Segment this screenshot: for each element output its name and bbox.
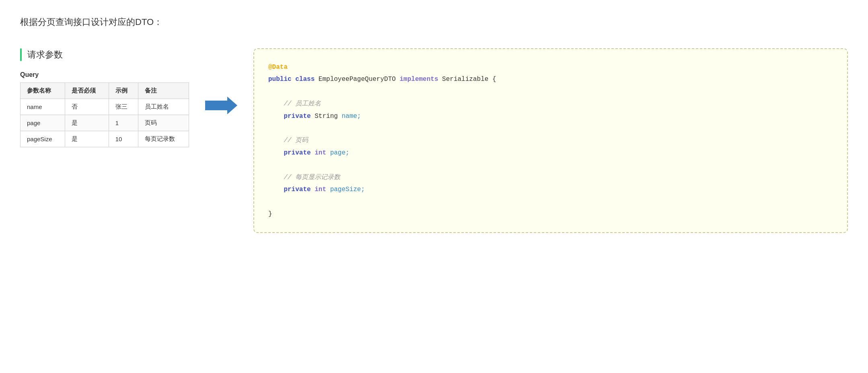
cell-note: 每页记录数 <box>138 131 189 147</box>
cell-param-name: page <box>21 115 65 131</box>
cell-required: 是 <box>65 131 109 147</box>
kw-int-2: int <box>315 186 326 193</box>
right-arrow-icon <box>205 97 237 114</box>
comment-name: // 员工姓名 <box>284 100 321 107</box>
cell-example: 10 <box>109 131 138 147</box>
cell-required: 否 <box>65 99 109 115</box>
heading-bar <box>20 48 22 61</box>
svg-marker-0 <box>205 97 237 114</box>
kw-implements: implements <box>399 76 438 83</box>
class-name: EmployeePageQueryDTO <box>319 76 396 83</box>
table-row: page 是 1 页码 <box>21 115 189 131</box>
section-heading: 请求参数 <box>20 48 189 61</box>
params-table: 参数名称 是否必须 示例 备注 name 否 张三 员工姓名 page <box>20 82 189 147</box>
cell-note: 页码 <box>138 115 189 131</box>
code-block: @Data public class EmployeePageQueryDTO … <box>253 48 848 233</box>
query-label: Query <box>20 71 189 78</box>
cell-param-name: pageSize <box>21 131 65 147</box>
page-title: 根据分页查询接口设计对应的DTO： <box>20 16 848 28</box>
comment-page: // 页码 <box>284 137 308 144</box>
code-annotation: @Data <box>268 64 288 71</box>
col-header-name: 参数名称 <box>21 83 65 99</box>
page-container: 根据分页查询接口设计对应的DTO： 请求参数 Query 参数名称 是否必须 示… <box>20 16 848 233</box>
kw-private-1: private <box>284 113 311 120</box>
cell-example: 张三 <box>109 99 138 115</box>
kw-class: class <box>295 76 315 83</box>
cell-example: 1 <box>109 115 138 131</box>
main-content: 请求参数 Query 参数名称 是否必须 示例 备注 name 否 <box>20 48 848 233</box>
closing-brace: } <box>268 210 272 218</box>
table-row: name 否 张三 员工姓名 <box>21 99 189 115</box>
col-header-example: 示例 <box>109 83 138 99</box>
col-header-note: 备注 <box>138 83 189 99</box>
kw-public: public <box>268 76 292 83</box>
table-row: pageSize 是 10 每页记录数 <box>21 131 189 147</box>
kw-private-2: private <box>284 149 311 157</box>
interface-name: Serializable { <box>442 76 496 83</box>
var-name-1: name; <box>341 113 361 120</box>
comment-pagesize: // 每页显示记录数 <box>284 174 340 181</box>
cell-note: 员工姓名 <box>138 99 189 115</box>
cell-required: 是 <box>65 115 109 131</box>
right-section: @Data public class EmployeePageQueryDTO … <box>253 48 848 233</box>
kw-int-1: int <box>315 149 326 157</box>
arrow-section <box>205 48 237 114</box>
col-header-required: 是否必须 <box>65 83 109 99</box>
table-header-row: 参数名称 是否必须 示例 备注 <box>21 83 189 99</box>
cell-param-name: name <box>21 99 65 115</box>
type-string: String <box>315 113 338 120</box>
left-section: 请求参数 Query 参数名称 是否必须 示例 备注 name 否 <box>20 48 189 147</box>
var-name-3: pageSize; <box>330 186 365 193</box>
section-heading-text: 请求参数 <box>27 49 63 61</box>
var-name-2: page; <box>330 149 350 157</box>
kw-private-3: private <box>284 186 311 193</box>
